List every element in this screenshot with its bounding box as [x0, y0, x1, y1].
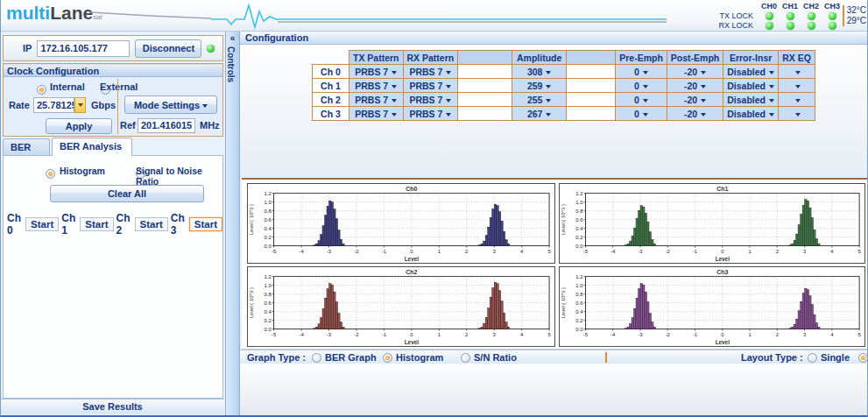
tx-temperature: 32°C [847, 5, 866, 16]
ch0-amplitude-dropdown[interactable]: 308 [512, 65, 567, 79]
tab-ber[interactable]: BER [3, 138, 50, 156]
tab-ber-analysis[interactable]: BER Analysis [52, 138, 132, 156]
svg-text:0.4: 0.4 [575, 226, 583, 231]
apply-button[interactable]: Apply [46, 118, 112, 134]
ch2-tx-pattern-dropdown[interactable]: PRBS 7 [349, 93, 404, 107]
ch1-rx-eq-dropdown[interactable] [778, 79, 815, 93]
main-area: Configuration TX Pattern RX Pattern Ampl… [240, 32, 868, 417]
disconnect-button[interactable]: Disconnect [135, 39, 201, 58]
internal-clock-radio[interactable] [37, 85, 46, 95]
svg-text:0: 0 [721, 249, 724, 254]
table-header-row: TX Pattern RX Pattern Amplitude Pre-Emph… [313, 51, 815, 65]
svg-text:-2: -2 [666, 249, 670, 254]
layout-single-radio[interactable] [808, 353, 817, 363]
chevron-down-icon [643, 85, 648, 88]
svg-text:1.2: 1.2 [575, 191, 582, 196]
ch3-start-button[interactable]: Start [189, 217, 222, 231]
rate-combobox[interactable]: 25.78125 [33, 97, 86, 113]
chevron-down-icon [446, 99, 451, 102]
svg-text:2: 2 [465, 332, 468, 337]
chevron-down-icon [769, 99, 774, 102]
ch0-rx-pattern-dropdown[interactable]: PRBS 7 [403, 65, 458, 79]
chevron-down-icon [795, 99, 801, 102]
clock-section-divider [117, 79, 118, 134]
svg-text:1.2: 1.2 [264, 191, 271, 196]
layout-multi-radio[interactable] [858, 353, 868, 363]
ch3-rx-pattern-dropdown[interactable]: PRBS 7 [403, 107, 458, 121]
table-row: Ch 2 PRBS 7 PRBS 7 255 0 -20 Disabled [313, 93, 815, 107]
amplitude-header: Amplitude [512, 51, 567, 65]
sn-ratio-radio[interactable] [461, 353, 470, 363]
connection-status-led [207, 45, 215, 53]
ch2-rx-eq-dropdown[interactable] [778, 93, 815, 107]
ch1-tx-pattern-dropdown[interactable]: PRBS 7 [349, 79, 404, 93]
chevron-down-icon [446, 113, 451, 117]
mode-settings-button[interactable]: Mode Settings [124, 95, 217, 114]
ch2-rx-pattern-dropdown[interactable]: PRBS 7 [403, 93, 458, 107]
rate-dropdown-button[interactable] [74, 97, 86, 113]
svg-text:0.4: 0.4 [575, 309, 583, 315]
ch0-start-button[interactable]: Start [25, 217, 59, 231]
ch0-error-insr-dropdown[interactable]: Disabled [723, 65, 779, 79]
chevron-down-icon [643, 71, 648, 74]
controls-collapse-strip[interactable]: « Controls [226, 32, 240, 417]
svg-text:4: 4 [520, 332, 524, 337]
chevron-down-icon [795, 113, 801, 117]
ch2-pre-emph-dropdown[interactable]: 0 [616, 93, 667, 107]
ch0-rx-eq-dropdown[interactable] [778, 65, 815, 79]
ch0-tx-pattern-dropdown[interactable]: PRBS 7 [349, 65, 404, 79]
ch1-rx-pattern-dropdown[interactable]: PRBS 7 [403, 79, 458, 93]
ch3-amplitude-dropdown[interactable]: 267 [512, 107, 567, 121]
chevron-down-icon [392, 99, 397, 102]
svg-text:1: 1 [438, 332, 441, 337]
clear-all-button[interactable]: Clear All [50, 185, 204, 202]
post-emph-header: Post-Emph [667, 51, 723, 65]
ch1-error-insr-dropdown[interactable]: Disabled [723, 79, 779, 93]
svg-text:1: 1 [438, 249, 441, 254]
histogram-radio[interactable] [46, 169, 55, 179]
svg-text:0.2: 0.2 [264, 235, 271, 240]
chevron-down-icon [701, 85, 706, 88]
rx-eq-header: RX EQ [778, 51, 815, 65]
ch3-tx-pattern-dropdown[interactable]: PRBS 7 [349, 107, 404, 121]
ip-input[interactable] [37, 40, 130, 57]
multilane-logo: multiLanesal [6, 3, 102, 24]
rx-lock-led-ch2 [808, 22, 815, 30]
svg-text:0.8: 0.8 [264, 208, 271, 214]
ch1-post-emph-dropdown[interactable]: -20 [667, 79, 723, 93]
ber-graph-radio[interactable] [312, 353, 321, 363]
table-row: Ch 3 PRBS 7 PRBS 7 267 0 -20 Disabled [313, 107, 815, 121]
ch3-post-emph-dropdown[interactable]: -20 [667, 107, 723, 121]
ch2-amplitude-dropdown[interactable]: 255 [512, 93, 567, 107]
table-row: Ch 1 PRBS 7 PRBS 7 259 0 -20 Disabled [313, 79, 815, 93]
ch2-start-button[interactable]: Start [135, 217, 168, 231]
layout-type-label: Layout Type : [741, 352, 803, 363]
ch0-pre-emph-dropdown[interactable]: 0 [616, 65, 667, 79]
ch3-error-insr-dropdown[interactable]: Disabled [723, 107, 779, 121]
svg-text:Ch2: Ch2 [406, 269, 417, 275]
rate-value[interactable]: 25.78125 [33, 97, 74, 113]
app-window: multiLanesal CH0 CH1 CH2 CH3 TX LOCK [0, 0, 868, 417]
ch1-amplitude-dropdown[interactable]: 259 [512, 79, 567, 93]
svg-text:-1: -1 [693, 332, 697, 337]
ch0-post-emph-dropdown[interactable]: -20 [667, 65, 723, 79]
svg-text:0.6: 0.6 [575, 300, 582, 306]
ch3-rx-eq-dropdown[interactable] [778, 107, 815, 121]
histogram-graph-radio[interactable] [383, 353, 392, 363]
ch2-error-insr-dropdown[interactable]: Disabled [723, 93, 779, 107]
chevron-down-icon [546, 85, 551, 88]
ch3-pre-emph-dropdown[interactable]: 0 [616, 107, 667, 121]
save-results-button[interactable]: Save Results [1, 399, 224, 414]
histogram-chart-ch0: Ch00.00.20.40.60.81.01.2-5-4-3-2-1012345… [247, 183, 555, 264]
chevron-down-icon [446, 71, 451, 74]
svg-text:5: 5 [857, 249, 860, 254]
footer-divider [605, 352, 607, 363]
collapse-chevrons-icon[interactable]: « [226, 33, 239, 43]
ref-label: Ref [120, 120, 136, 131]
svg-text:0.8: 0.8 [575, 292, 582, 297]
histogram-radio-label: Histogram [60, 166, 105, 176]
ch2-post-emph-dropdown[interactable]: -20 [667, 93, 723, 107]
ch1-pre-emph-dropdown[interactable]: 0 [616, 79, 667, 93]
ch1-start-button[interactable]: Start [80, 217, 113, 231]
svg-text:0.0: 0.0 [575, 244, 583, 249]
